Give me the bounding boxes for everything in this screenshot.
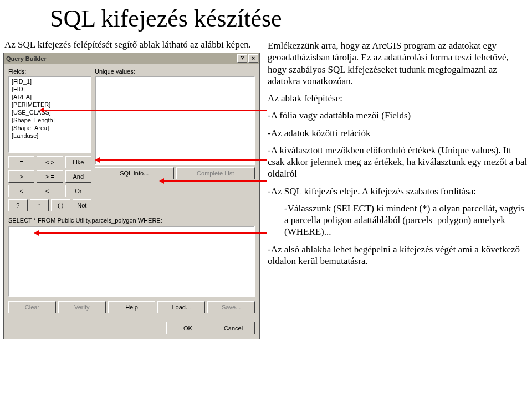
titlebar-label: Query Builder — [6, 55, 236, 62]
op-like-button[interactable]: Like — [65, 156, 91, 168]
op-star-button[interactable]: * — [30, 199, 49, 211]
list-item[interactable]: [AREA] — [9, 93, 90, 101]
op-and-button[interactable]: And — [65, 170, 91, 183]
op-q-button[interactable]: ? — [8, 199, 28, 211]
verify-button: Verify — [58, 301, 106, 313]
complete-list-button: Complete List — [176, 167, 255, 179]
unique-values-listbox[interactable] — [95, 76, 255, 165]
help-button[interactable]: Help — [108, 301, 156, 313]
load-button[interactable]: Load... — [157, 301, 205, 313]
help-icon[interactable]: ? — [237, 54, 247, 63]
list-item[interactable]: [PERIMETER] — [9, 101, 90, 108]
desc-p7: -Válasszunk (SELECT) ki mindent (*) a ol… — [268, 203, 528, 238]
desc-p3: -A fólia vagy adattábla mezői (Fields) — [268, 110, 528, 121]
query-builder-window: Query Builder ? × Fields: [FID_1] [FID] … — [3, 53, 260, 339]
sql-info-button[interactable]: SQL Info... — [95, 167, 174, 179]
list-item[interactable]: [FID] — [9, 85, 90, 93]
annotation-arrow — [164, 180, 267, 182]
clear-button: Clear — [8, 301, 56, 313]
unique-values-label: Unique values: — [95, 68, 255, 75]
op-neq-button[interactable]: < > — [37, 156, 63, 168]
list-item[interactable]: [Landuse] — [9, 132, 90, 139]
op-gte-button[interactable]: > = — [37, 170, 63, 183]
op-not-button[interactable]: Not — [73, 199, 92, 211]
desc-p4: -Az adatok közötti relációk — [268, 127, 528, 139]
select-clause-label: SELECT * FROM Public Utility.parcels_pol… — [8, 217, 255, 224]
desc-p8: -Az alsó ablakba lehet begépelni a kifej… — [268, 244, 528, 267]
desc-p5: -A kiválasztott mezőkben előforduló érté… — [268, 144, 528, 180]
op-lte-button[interactable]: < = — [37, 185, 63, 197]
annotation-arrow — [100, 159, 267, 161]
cancel-button[interactable]: Cancel — [212, 322, 255, 334]
op-lt-button[interactable]: < — [8, 185, 34, 197]
op-gt-button[interactable]: > — [8, 170, 34, 183]
annotation-arrow — [44, 110, 267, 111]
list-item[interactable]: [Shape_Length] — [9, 116, 90, 124]
fields-listbox[interactable]: [FID_1] [FID] [AREA] [PERIMETER] [USE_CL… — [8, 76, 91, 153]
list-item[interactable]: [Shape_Area] — [9, 124, 90, 132]
fields-label: Fields: — [8, 68, 91, 75]
op-or-button[interactable]: Or — [65, 185, 91, 197]
titlebar[interactable]: Query Builder ? × — [4, 53, 259, 64]
close-icon[interactable]: × — [248, 54, 258, 63]
save-button: Save... — [207, 301, 255, 313]
expression-textarea[interactable] — [8, 226, 255, 297]
ok-button[interactable]: OK — [166, 322, 209, 334]
op-eq-button[interactable]: = — [8, 156, 34, 168]
list-item[interactable]: [FID_1] — [9, 77, 90, 85]
desc-p2: Az ablak felépítése: — [268, 92, 528, 104]
description-column: Emlékezzünk arra, hogy az ArcGIS program… — [268, 40, 528, 272]
desc-p6: -Az SQL kifejezés eleje. A kifejezés sza… — [268, 185, 528, 197]
annotation-arrow — [39, 232, 267, 234]
op-paren-button[interactable]: ( ) — [51, 199, 70, 211]
page-title: SQL kifejezés készítése — [0, 0, 532, 35]
desc-p1: Emlékezzünk arra, hogy az ArcGIS program… — [268, 40, 528, 87]
